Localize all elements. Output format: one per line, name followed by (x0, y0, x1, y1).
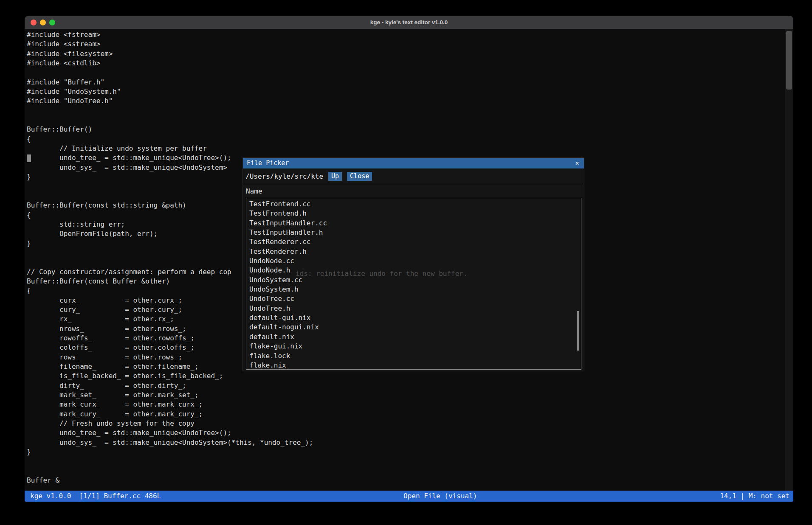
file-list-item[interactable]: TestFrontend.h (246, 209, 581, 218)
file-list-item[interactable]: flake-gui.nix (246, 342, 581, 351)
file-picker-titlebar[interactable]: File Picker ✕ (243, 158, 584, 168)
file-picker-dialog: File Picker ✕ /Users/kyle/src/kte Up Clo… (242, 157, 584, 371)
file-list-item[interactable]: TestRenderer.h (246, 247, 581, 256)
file-list[interactable]: ids: reinitialize undo for the new buffe… (246, 198, 581, 370)
file-list-items: TestFrontend.ccTestFrontend.hTestInputHa… (246, 199, 581, 370)
name-column-header: Name (243, 184, 584, 198)
file-list-item[interactable]: UndoTree.cc (246, 294, 581, 303)
file-list-item[interactable]: TestRenderer.cc (246, 237, 581, 247)
file-list-item[interactable]: TestInputHandler.cc (246, 219, 581, 228)
file-list-item[interactable]: UndoNode.cc (246, 256, 581, 266)
file-list-item[interactable]: default-nogui.nix (246, 323, 581, 332)
file-list-item[interactable]: TestInputHandler.h (246, 228, 581, 237)
file-list-item[interactable]: TestFrontend.cc (246, 199, 581, 209)
status-cursor-position: 14,1 | M: not set (720, 491, 789, 502)
close-icon[interactable]: ✕ (573, 158, 581, 168)
file-picker-title: File Picker (247, 159, 289, 167)
editor-cursor (27, 154, 31, 162)
file-list-item[interactable]: UndoNode.h (246, 266, 581, 275)
file-picker-path-row: /Users/kyle/src/kte Up Close (243, 168, 584, 184)
file-list-item[interactable]: default-gui.nix (246, 313, 581, 323)
close-button[interactable]: Close (347, 172, 372, 181)
file-list-item[interactable]: UndoTree.h (246, 304, 581, 313)
file-list-item[interactable]: UndoSystem.h (246, 285, 581, 294)
file-list-item[interactable]: default.nix (246, 332, 581, 342)
status-left: kge v1.0.0 [1/1] Buffer.cc 486L (30, 491, 161, 502)
status-bar: kge v1.0.0 [1/1] Buffer.cc 486L Open Fil… (25, 491, 793, 502)
file-list-item[interactable]: UndoSystem.cc (246, 275, 581, 285)
window-titlebar[interactable]: kge - kyle's text editor v1.0.0 (25, 16, 793, 29)
file-list-item[interactable]: flake.nix (246, 361, 581, 370)
status-mode: Open File (visual) (403, 491, 477, 502)
editor-window: kge - kyle's text editor v1.0.0 #include… (25, 16, 793, 502)
file-list-scrollbar-thumb[interactable] (577, 311, 579, 351)
window-title: kge - kyle's text editor v1.0.0 (25, 16, 793, 29)
up-button[interactable]: Up (328, 172, 342, 181)
current-path: /Users/kyle/src/kte (245, 172, 323, 180)
file-list-item[interactable]: flake.lock (246, 351, 581, 361)
editor-scrollbar-thumb[interactable] (786, 31, 792, 90)
editor-scrollbar[interactable] (785, 29, 793, 491)
